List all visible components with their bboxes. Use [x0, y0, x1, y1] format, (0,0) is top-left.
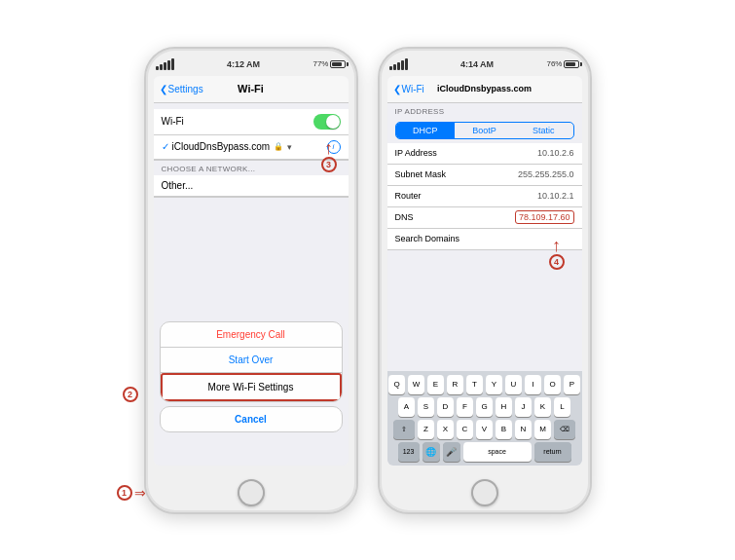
key-x[interactable]: X	[437, 420, 454, 439]
key-numbers[interactable]: 123	[398, 442, 420, 462]
key-c[interactable]: C	[457, 420, 473, 439]
key-u[interactable]: U	[505, 375, 522, 394]
key-delete[interactable]: ⌫	[554, 420, 575, 439]
key-h[interactable]: H	[496, 397, 512, 417]
key-a[interactable]: A	[398, 397, 415, 417]
key-g[interactable]: G	[476, 397, 493, 417]
ip-address-value: 10.10.2.6	[537, 148, 574, 158]
left-phone-time: 4:12 AM	[227, 59, 260, 69]
annot-number-2: 2	[123, 387, 138, 402]
other-label: Other...	[162, 180, 194, 191]
dns-value: 78.109.17.60	[515, 210, 574, 224]
home-button[interactable]	[238, 479, 265, 506]
back-button-left[interactable]: ❮ Settings	[160, 84, 203, 94]
key-p[interactable]: P	[564, 375, 580, 394]
keyboard-row-2: A S D F G H J K L	[389, 397, 580, 417]
battery-icon	[330, 60, 346, 68]
right-phone-time: 4:14 AM	[460, 59, 494, 69]
key-j[interactable]: J	[515, 397, 532, 417]
emergency-call-item[interactable]: Emergency Call	[161, 322, 342, 348]
network-name: iCloudDnsBypass.com	[172, 141, 271, 152]
key-t[interactable]: T	[466, 375, 483, 394]
key-mic[interactable]: 🎤	[443, 442, 460, 462]
router-value: 10.10.2.1	[537, 191, 574, 201]
checkmark-icon: ✓	[162, 141, 169, 152]
ip-section-header: IP ADDRESS	[387, 103, 582, 118]
wifi-strength-icon: ▾	[287, 142, 292, 152]
key-d[interactable]: D	[437, 397, 454, 417]
keyboard-row-1: Q W E R T Y U I O P	[389, 375, 580, 394]
dns-label: DNS	[395, 212, 414, 222]
arrow-4-up: ↑	[552, 237, 561, 254]
battery-indicator: 77%	[312, 59, 346, 68]
other-network-row[interactable]: Other...	[154, 175, 349, 197]
annotation-4: ↑ 4	[549, 237, 565, 270]
key-i[interactable]: I	[525, 375, 541, 394]
right-nav-bar: ❮ Wi-Fi iCloudDnsbypass.com	[387, 76, 582, 103]
signal-indicator-right	[389, 58, 408, 70]
ip-address-row: IP Address 10.10.2.6	[387, 143, 582, 165]
network-row[interactable]: ✓ iCloudDnsBypass.com 🔒 ▾ i	[154, 135, 349, 160]
segment-bootp[interactable]: BootP	[455, 123, 514, 138]
wifi-toggle[interactable]	[313, 114, 341, 130]
segment-control[interactable]: DHCP BootP Static	[395, 122, 574, 139]
keyboard: Q W E R T Y U I O P A	[387, 371, 582, 466]
arrow-1: ⇒	[134, 485, 146, 501]
key-return[interactable]: return	[534, 442, 571, 462]
key-space[interactable]: space	[463, 442, 532, 462]
keyboard-row-bottom: 123 🌐 🎤 space return	[389, 442, 580, 462]
back-label-right: Wi-Fi	[402, 84, 424, 94]
action-sheet: Emergency Call Start Over More Wi-Fi Set…	[154, 321, 349, 436]
key-m[interactable]: M	[534, 420, 551, 439]
choose-network-header: CHOOSE A NETWORK...	[154, 161, 349, 175]
key-v[interactable]: V	[476, 420, 493, 439]
key-b[interactable]: B	[496, 420, 512, 439]
key-o[interactable]: O	[544, 375, 561, 394]
router-label: Router	[395, 191, 422, 201]
key-f[interactable]: F	[457, 397, 473, 417]
cancel-item[interactable]: Cancel	[161, 407, 342, 431]
search-domains-label: Search Domains	[395, 234, 460, 243]
dns-row: DNS 78.109.17.60	[387, 207, 582, 229]
key-shift[interactable]: ⇧	[393, 420, 415, 439]
action-group-cancel: Cancel	[160, 406, 343, 432]
key-globe[interactable]: 🌐	[423, 442, 440, 462]
signal-indicator	[156, 58, 174, 70]
segment-static[interactable]: Static	[514, 123, 573, 138]
key-n[interactable]: N	[515, 420, 532, 439]
key-r[interactable]: R	[447, 375, 463, 394]
annotation-1: 1 ⇒	[117, 485, 146, 501]
more-wifi-label: More Wi-Fi Settings	[208, 382, 294, 392]
key-q[interactable]: Q	[388, 375, 405, 394]
subnet-mask-row: Subnet Mask 255.255.255.0	[387, 165, 582, 186]
key-w[interactable]: W	[408, 375, 424, 394]
home-area	[146, 473, 356, 512]
annotation-3: ↑ 3	[321, 139, 337, 172]
home-button-right[interactable]	[471, 479, 498, 506]
key-e[interactable]: E	[427, 375, 444, 394]
subnet-mask-value: 255.255.255.0	[518, 169, 574, 179]
lock-icon: 🔒	[274, 142, 283, 151]
start-over-item[interactable]: Start Over	[161, 348, 342, 373]
key-y[interactable]: Y	[486, 375, 502, 394]
battery-icon-right	[564, 60, 579, 68]
key-s[interactable]: S	[418, 397, 434, 417]
router-row: Router 10.10.2.1	[387, 186, 582, 207]
left-nav-bar: ❮ Settings Wi-Fi	[154, 76, 349, 103]
battery-indicator-right: 76%	[546, 59, 579, 68]
annotation-2: 2	[123, 387, 138, 402]
ip-address-label: IP Address	[395, 148, 437, 158]
nav-title-left: Wi-Fi	[238, 83, 264, 94]
segment-dhcp[interactable]: DHCP	[396, 123, 456, 138]
more-wifi-settings-item[interactable]: More Wi-Fi Settings	[161, 373, 342, 401]
keyboard-row-3: ⇧ Z X C V B N M ⌫	[389, 420, 580, 439]
key-k[interactable]: K	[534, 397, 551, 417]
action-group-main: Emergency Call Start Over More Wi-Fi Set…	[160, 321, 343, 402]
key-l[interactable]: L	[554, 397, 570, 417]
key-z[interactable]: Z	[418, 420, 434, 439]
wifi-toggle-row[interactable]: Wi-Fi	[154, 109, 349, 135]
wifi-toggle-label: Wi-Fi	[162, 116, 184, 127]
battery-pct-left: 77%	[312, 59, 328, 68]
back-button-right[interactable]: ❮ Wi-Fi	[393, 84, 424, 94]
back-label-left: Settings	[168, 84, 203, 94]
